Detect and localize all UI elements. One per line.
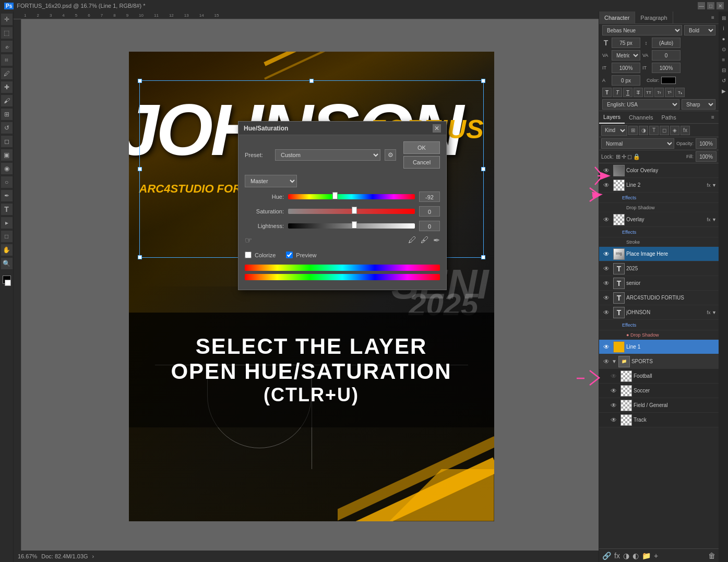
kerning-select[interactable]: Metrics bbox=[612, 50, 640, 61]
visibility-icon-sports[interactable]: 👁 bbox=[601, 358, 612, 365]
tab-channels[interactable]: Channels bbox=[625, 111, 657, 124]
minimize-button[interactable]: — bbox=[698, 2, 705, 9]
cancel-button[interactable]: Cancel bbox=[403, 156, 440, 169]
saturation-thumb[interactable] bbox=[352, 207, 357, 214]
visibility-icon-line2[interactable]: 👁 bbox=[601, 182, 612, 189]
adjustment-filter-icon[interactable]: ◑ bbox=[639, 126, 648, 135]
lasso-tool-icon[interactable]: 𝓮 bbox=[1, 41, 13, 52]
info-icon[interactable]: i bbox=[720, 24, 728, 32]
add-layer-button[interactable]: + bbox=[654, 552, 658, 560]
select-tool-icon[interactable]: ⬚ bbox=[1, 27, 13, 39]
eyedropper-minus-icon[interactable]: ✒ bbox=[433, 235, 440, 245]
layer-item-2025[interactable]: 👁 T 2025 bbox=[599, 261, 719, 276]
layer-item-color-overlay[interactable]: 👁 Color Overlay bbox=[599, 163, 719, 178]
visibility-icon-soccer[interactable]: 👁 bbox=[608, 387, 619, 394]
maximize-button[interactable]: □ bbox=[707, 2, 714, 9]
finger-tool-icon[interactable]: ☞ bbox=[245, 235, 252, 245]
panel-menu-button[interactable]: ≡ bbox=[707, 11, 719, 23]
subscript-button[interactable]: T₁ bbox=[675, 88, 685, 97]
layer-item-football[interactable]: 👁 Football bbox=[599, 369, 719, 384]
language-select[interactable]: English: USA bbox=[602, 99, 679, 110]
visibility-icon-place-image[interactable]: 👁 bbox=[601, 250, 612, 258]
path-select-icon[interactable]: ▸ bbox=[1, 217, 13, 229]
visibility-icon-football[interactable]: 👁 bbox=[608, 373, 619, 380]
layer-item-track[interactable]: 👁 Track bbox=[599, 413, 719, 427]
gradient-tool-icon[interactable]: ▣ bbox=[1, 149, 13, 161]
delete-layer-button[interactable]: 🗑 bbox=[708, 552, 715, 560]
history-tool-icon[interactable]: ↺ bbox=[1, 122, 13, 134]
actions-icon[interactable]: ▶ bbox=[720, 87, 728, 95]
colorize-checkbox[interactable] bbox=[245, 252, 252, 258]
layer-item-johnson[interactable]: 👁 T jOHNSON fx ▼ bbox=[599, 305, 719, 320]
tab-layers[interactable]: Layers bbox=[599, 111, 625, 124]
visibility-icon-johnson[interactable]: 👁 bbox=[601, 309, 612, 316]
lock-move-icon[interactable]: ✛ bbox=[622, 153, 626, 160]
preset-select[interactable]: Custom bbox=[275, 149, 380, 161]
superscript-button[interactable]: T¹ bbox=[665, 88, 674, 97]
zoom-tool-icon[interactable]: 🔍 bbox=[1, 258, 13, 269]
handle-br[interactable] bbox=[481, 255, 485, 259]
handle-tl[interactable] bbox=[138, 79, 142, 83]
lightness-slider[interactable] bbox=[288, 222, 415, 230]
handle-mr[interactable] bbox=[481, 167, 485, 171]
nav-icon[interactable]: ⊞ bbox=[720, 14, 728, 22]
sports-expand-icon[interactable]: ▼ bbox=[612, 358, 617, 364]
baseline-input[interactable] bbox=[612, 75, 640, 86]
color-icon[interactable]: ● bbox=[720, 34, 728, 43]
eyedropper-plus-icon[interactable]: 🖋 bbox=[421, 235, 429, 245]
patterns-icon[interactable]: ⊟ bbox=[720, 66, 728, 74]
visibility-icon-senior[interactable]: 👁 bbox=[601, 280, 612, 287]
preview-checkbox[interactable] bbox=[286, 252, 293, 258]
layer-item-overlay[interactable]: 👁 Overlay fx ▼ bbox=[599, 212, 719, 227]
strikethrough-button[interactable]: T̶ bbox=[634, 88, 643, 97]
hue-slider[interactable] bbox=[288, 193, 415, 200]
scale-v-input[interactable] bbox=[652, 63, 681, 73]
bold-button[interactable]: T bbox=[602, 88, 612, 97]
saturation-slider[interactable] bbox=[288, 208, 415, 215]
visibility-icon-2025[interactable]: 👁 bbox=[601, 265, 612, 272]
layers-menu-button[interactable]: ≡ bbox=[707, 111, 719, 123]
link-layers-button[interactable]: 🔗 bbox=[602, 552, 611, 560]
tracking-input[interactable] bbox=[652, 50, 681, 61]
dodge-tool-icon[interactable]: ○ bbox=[1, 176, 13, 188]
font-size-input[interactable] bbox=[612, 38, 640, 48]
layer-item-senior[interactable]: 👁 T senior bbox=[599, 276, 719, 291]
scale-h-input[interactable] bbox=[612, 63, 640, 73]
visibility-icon-color-overlay[interactable]: 👁 bbox=[601, 167, 612, 174]
add-group-button[interactable]: 📁 bbox=[642, 552, 651, 560]
pen-tool-icon[interactable]: ✒ bbox=[1, 190, 13, 201]
handle-tm[interactable] bbox=[309, 79, 314, 83]
pixel-filter-icon[interactable]: ⊞ bbox=[628, 126, 638, 135]
channel-select[interactable]: Master Reds Yellows Greens Cyans Blues M… bbox=[245, 175, 297, 187]
add-mask-button[interactable]: ◑ bbox=[623, 552, 629, 560]
fill-input[interactable] bbox=[696, 151, 717, 162]
close-button[interactable]: ✕ bbox=[717, 2, 724, 9]
shape-tool-icon[interactable]: □ bbox=[1, 231, 13, 242]
smart-filter-icon[interactable]: ◈ bbox=[670, 126, 679, 135]
layer-item-place-image[interactable]: 👁 img Place Image Here bbox=[599, 247, 719, 261]
antialiasing-select[interactable]: Sharp bbox=[682, 99, 715, 110]
leading-input[interactable] bbox=[652, 38, 681, 48]
lock-pixels-icon[interactable]: ⊞ bbox=[616, 153, 620, 160]
layer-item-sports[interactable]: 👁 ▼ 📁 SPORTS bbox=[599, 354, 719, 369]
shape-filter-icon[interactable]: ◻ bbox=[660, 126, 669, 135]
text-filter-icon[interactable]: T bbox=[649, 126, 659, 135]
color-swatch[interactable] bbox=[661, 77, 676, 84]
hand-tool-icon[interactable]: ✋ bbox=[1, 244, 13, 256]
brush-tool-icon[interactable]: 🖌 bbox=[1, 95, 13, 106]
visibility-icon-overlay[interactable]: 👁 bbox=[601, 216, 612, 223]
visibility-icon-track[interactable]: 👁 bbox=[608, 416, 619, 424]
handle-ml[interactable] bbox=[138, 167, 142, 171]
hue-value[interactable]: -92 bbox=[419, 192, 440, 202]
allcaps-button[interactable]: TT bbox=[644, 88, 653, 97]
layer-item-line1[interactable]: 👁 Line 1 bbox=[599, 340, 719, 354]
swatches-icon[interactable]: ⊙ bbox=[720, 45, 728, 53]
ok-button[interactable]: OK bbox=[403, 141, 440, 154]
saturation-value[interactable]: 0 bbox=[419, 206, 440, 217]
gradients-icon[interactable]: ≡ bbox=[720, 55, 728, 64]
color-swatches[interactable] bbox=[3, 276, 11, 286]
visibility-icon-line1[interactable]: 👁 bbox=[601, 343, 612, 351]
add-style-button[interactable]: fx bbox=[614, 552, 620, 560]
lightness-value[interactable]: 0 bbox=[419, 221, 440, 231]
lock-all-icon[interactable]: 🔒 bbox=[633, 153, 640, 160]
